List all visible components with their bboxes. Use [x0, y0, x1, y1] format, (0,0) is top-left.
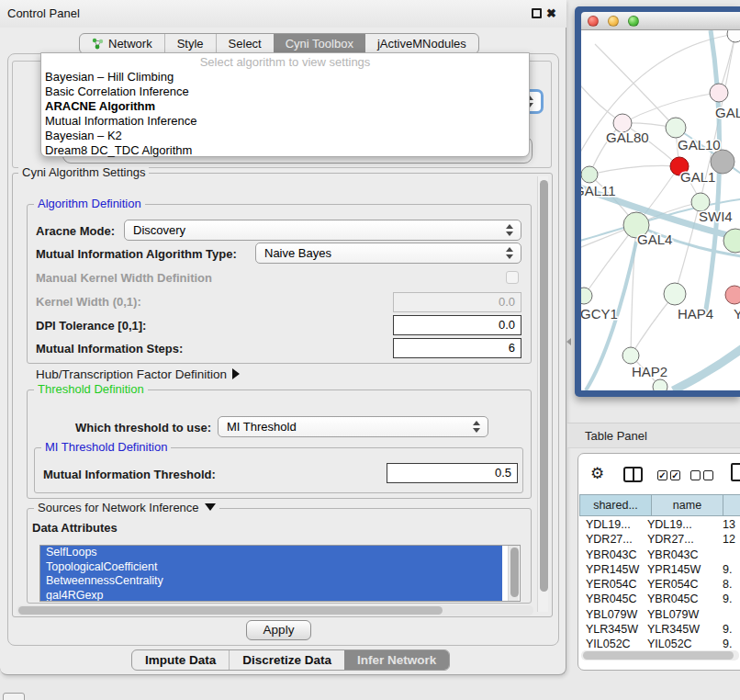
list-item-topologicalcoefficient[interactable]: TopologicalCoefficient — [40, 560, 502, 575]
popup-item-mutual-information[interactable]: Mutual Information Inference — [41, 114, 529, 129]
which-threshold-combo[interactable]: MI Threshold — [218, 416, 488, 437]
mi-type-combo[interactable]: Naive Bayes — [255, 243, 521, 264]
threshold-definition-title: Threshold Definition — [34, 383, 148, 396]
node-label-gal80: GAL80 — [606, 130, 649, 145]
node-label-gal11: GAL11 — [581, 183, 616, 198]
node-label-hap2: HAP2 — [632, 364, 667, 379]
algorithm-dropdown-popup: Select algorithm to view settings Bayesi… — [40, 52, 530, 157]
popup-item-aracne[interactable]: ARACNE Algorithm — [41, 99, 529, 114]
network-window-titlebar[interactable] — [581, 12, 740, 30]
list-item-gal4rgexp[interactable]: gal4RGexp — [40, 589, 502, 603]
document-icon[interactable] — [731, 463, 740, 481]
kernel-width-input[interactable]: 0.0 — [393, 292, 521, 312]
node-gcy1[interactable] — [581, 288, 592, 304]
popup-placeholder: Select algorithm to view settings — [41, 55, 529, 70]
node-label-gal10: GAL10 — [678, 137, 721, 152]
node-label-y: Y — [734, 306, 740, 322]
table-row[interactable]: YIL052CYIL052C9. — [579, 637, 740, 648]
hub-definition-toggle[interactable]: Hub/Transcription Factor Definition — [36, 367, 240, 381]
node-pink-top[interactable] — [710, 84, 728, 102]
node-label-gal4: GAL4 — [637, 231, 672, 247]
columns-icon[interactable] — [623, 467, 643, 482]
node-hap2[interactable] — [622, 347, 639, 364]
table-hscroll-thumb[interactable] — [583, 651, 734, 660]
node-hap4[interactable] — [664, 283, 686, 305]
unchecked-checkbox-icon-2[interactable] — [703, 470, 713, 480]
settings-vertical-scrollbar[interactable] — [537, 176, 548, 612]
aracne-mode-combo[interactable]: Discovery — [124, 220, 521, 241]
column-header-shared[interactable]: shared... — [579, 494, 652, 516]
popup-item-basic-correlation[interactable]: Basic Correlation Inference — [41, 85, 529, 99]
table-row[interactable]: YBL079WYBL079W — [579, 607, 740, 622]
table-horizontal-scrollbar[interactable] — [581, 650, 739, 660]
settings-horizontal-scrollbar[interactable] — [17, 605, 533, 615]
popup-item-dream8[interactable]: Dream8 DC_TDC Algorithm — [41, 143, 529, 158]
manual-kernel-checkbox[interactable] — [506, 271, 519, 284]
table-row[interactable]: YBR045CYBR045C9. — [579, 592, 740, 606]
node-salmon[interactable] — [725, 286, 740, 304]
mi-threshold-input[interactable]: 0.5 — [387, 463, 518, 483]
dpi-tolerance-input[interactable]: 0.0 — [393, 315, 521, 335]
node-gal10[interactable] — [666, 118, 686, 138]
table-header: shared... name — [579, 494, 740, 516]
kernel-width-label: Kernel Width (0,1): — [36, 295, 141, 309]
attr-list-vscroll-thumb[interactable] — [510, 548, 519, 597]
settings-vscroll-thumb[interactable] — [540, 180, 548, 592]
close-traffic-light[interactable] — [588, 16, 599, 27]
apply-button[interactable]: Apply — [246, 620, 311, 640]
data-attributes-label: Data Attributes — [32, 521, 118, 535]
collapsed-arrow-icon — [232, 368, 240, 379]
table-row[interactable]: YLR345WYLR345W9. — [579, 622, 740, 637]
network-view[interactable]: GAL GAL80 GAL10 GAL1 GAL11 SWI4 GAL4 GCY… — [581, 30, 740, 390]
column-header-name[interactable]: name — [652, 494, 723, 516]
attr-list-vscrollbar[interactable] — [508, 546, 519, 601]
settings-hscroll-thumb[interactable] — [18, 606, 443, 615]
mi-steps-label: Mutual Information Steps: — [36, 342, 183, 356]
node-label-gal: GAL — [715, 105, 740, 120]
popup-item-bayesian-hill-climbing[interactable]: Bayesian – Hill Climbing — [41, 70, 529, 85]
tab-infer-network[interactable]: Infer Network — [344, 650, 449, 670]
node-bottom-small[interactable] — [653, 379, 667, 390]
tab-cyni-toolbox[interactable]: Cyni Toolbox — [274, 34, 365, 53]
stepper-arrows-icon — [473, 421, 480, 433]
tab-discretize-data[interactable]: Discretize Data — [229, 650, 344, 670]
node-label-gcy1: GCY1 — [581, 306, 618, 322]
node-partial-top[interactable] — [727, 30, 740, 42]
node-gal11[interactable] — [581, 166, 598, 183]
sources-title-toggle[interactable]: Sources for Network Inference — [34, 502, 219, 514]
column-header-partial[interactable] — [723, 494, 740, 516]
expanded-arrow-icon — [205, 503, 216, 511]
table-row[interactable]: YPR145WYPR145W9. — [579, 562, 740, 577]
table-row[interactable]: YBR043CYBR043C — [579, 548, 740, 562]
mi-threshold-title: MI Threshold Definition — [41, 441, 171, 454]
mi-threshold-label: Mutual Information Threshold: — [43, 468, 216, 481]
minimize-traffic-light[interactable] — [608, 16, 619, 27]
gear-icon[interactable]: ⚙ — [590, 464, 604, 484]
tab-style[interactable]: Style — [164, 34, 216, 53]
node-label-swi4: SWI4 — [699, 209, 733, 224]
list-item-selfloops[interactable]: SelfLoops — [40, 546, 502, 560]
mi-steps-input[interactable]: 6 — [393, 338, 521, 358]
tab-impute-data[interactable]: Impute Data — [132, 650, 229, 670]
panel-divider-arrow[interactable] — [566, 338, 571, 345]
checked-checkbox-icon-2[interactable]: ✓ — [670, 470, 680, 480]
table-row[interactable]: YDR27...YDR27...12 — [579, 532, 740, 547]
close-icon[interactable]: ✖ — [546, 6, 556, 22]
list-item-betweennesscentrality[interactable]: BetweennessCentrality — [40, 574, 502, 589]
tab-select[interactable]: Select — [216, 34, 274, 53]
tab-jactivemnodules[interactable]: jActiveMNodules — [365, 34, 478, 53]
table-row[interactable]: YER054CYER054C8. — [579, 577, 740, 592]
unchecked-checkbox-icon-1[interactable] — [690, 470, 701, 480]
which-threshold-label: Which threshold to use: — [75, 421, 211, 435]
stepper-arrows-icon — [506, 224, 513, 236]
partial-button[interactable] — [3, 693, 25, 700]
tab-network[interactable]: Network — [80, 34, 164, 53]
dpi-tolerance-label: DPI Tolerance [0,1]: — [36, 319, 146, 333]
float-window-icon[interactable] — [532, 8, 542, 18]
popup-item-bayesian-k2[interactable]: Bayesian – K2 — [41, 129, 529, 143]
mi-type-label: Mutual Information Algorithm Type: — [36, 247, 237, 261]
table-row[interactable]: YDL19...YDL19...13 — [579, 517, 740, 532]
checked-checkbox-icon-1[interactable]: ✓ — [657, 470, 667, 480]
data-attributes-list: SelfLoops TopologicalCoefficient Between… — [39, 545, 521, 602]
zoom-traffic-light[interactable] — [628, 16, 639, 27]
